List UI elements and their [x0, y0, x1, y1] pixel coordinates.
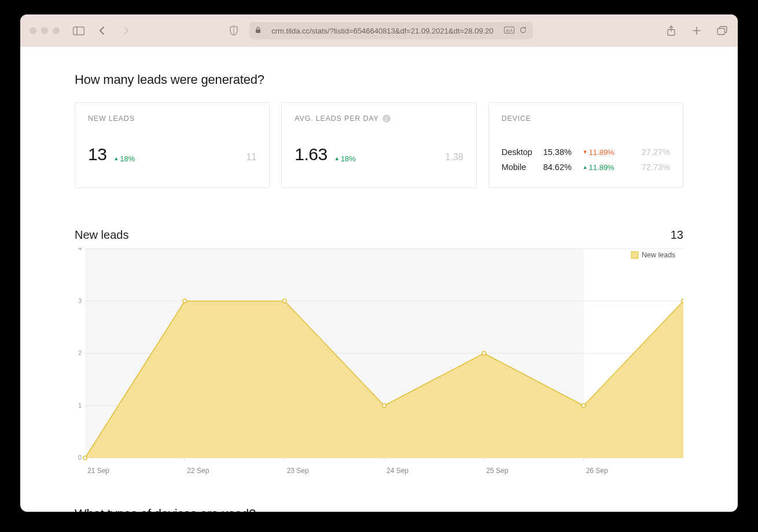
card-device-title: DEVICE — [502, 114, 670, 123]
reader-icon[interactable]: あA — [504, 27, 514, 35]
triangle-up-icon: ▲ — [113, 156, 119, 161]
minimize-dot[interactable] — [41, 27, 48, 34]
reload-icon[interactable] — [519, 26, 527, 36]
chart-title: New leads — [75, 228, 128, 242]
forward-button[interactable] — [120, 25, 133, 36]
chart-header: New leads 13 — [75, 228, 683, 242]
triangle-down-icon: ▼ — [583, 149, 588, 155]
triangle-up-icon: ▲ — [583, 164, 588, 170]
close-dot[interactable] — [30, 27, 36, 34]
avg-leads-prev: 1.38 — [446, 152, 463, 162]
svg-point-22 — [382, 404, 386, 407]
chart-total: 13 — [671, 228, 683, 242]
svg-text:1: 1 — [78, 402, 82, 409]
section-leads-title: How many leads were generated? — [75, 72, 683, 87]
avg-leads-delta: ▲ 18% — [334, 154, 356, 163]
svg-text:0: 0 — [78, 454, 82, 461]
svg-rect-39 — [631, 252, 638, 258]
svg-text:25 Sep: 25 Sep — [486, 467, 508, 475]
svg-text:24 Sep: 24 Sep — [387, 467, 409, 475]
new-leads-prev: 11 — [246, 152, 257, 162]
back-button[interactable] — [95, 25, 108, 36]
svg-text:26 Sep: 26 Sep — [586, 467, 608, 475]
avg-leads-value: 1.63 — [295, 145, 327, 164]
url-text: crm.tilda.cc/stats/?listid=6546640813&df… — [266, 27, 499, 35]
svg-text:New leads: New leads — [642, 251, 675, 259]
card-avg-leads: AVG. LEADS PER DAY i 1.63 ▲ 18% 1.38 — [281, 102, 476, 188]
svg-rect-7 — [717, 28, 725, 35]
svg-point-23 — [482, 352, 485, 355]
shield-icon[interactable] — [227, 25, 240, 36]
new-tab-icon[interactable] — [690, 25, 703, 36]
new-leads-value: 13 — [88, 145, 106, 164]
svg-point-24 — [582, 404, 585, 407]
leads-chart: 0123421 Sep22 Sep23 Sep24 Sep25 Sep26 Se… — [75, 247, 683, 485]
svg-point-20 — [183, 299, 186, 302]
svg-text:21 Sep: 21 Sep — [87, 467, 109, 475]
svg-text:あA: あA — [506, 28, 513, 32]
page-content: How many leads were generated? NEW LEADS… — [20, 47, 738, 512]
svg-text:2: 2 — [78, 349, 82, 356]
info-icon[interactable]: i — [382, 114, 391, 123]
card-new-leads-title: NEW LEADS — [88, 114, 256, 123]
tabs-icon[interactable] — [716, 25, 728, 36]
stat-cards: NEW LEADS 13 ▲ 18% 11 AVG. LEADS PER DAY… — [75, 102, 683, 188]
svg-text:4: 4 — [78, 247, 82, 252]
card-device: DEVICE Desktop 15.38% ▼ 11.89% 27.27% Mo… — [488, 102, 683, 188]
svg-text:3: 3 — [78, 297, 82, 304]
svg-point-25 — [682, 299, 683, 302]
titlebar: crm.tilda.cc/stats/?listid=6546640813&df… — [20, 14, 738, 47]
svg-point-21 — [282, 299, 286, 302]
device-row-desktop: Desktop 15.38% ▼ 11.89% 27.27% — [502, 145, 670, 160]
triangle-up-icon: ▲ — [334, 156, 340, 161]
device-desktop-delta: ▼ 11.89% — [583, 148, 615, 157]
card-new-leads: NEW LEADS 13 ▲ 18% 11 — [75, 102, 270, 188]
lock-icon — [255, 27, 261, 35]
card-avg-leads-title: AVG. LEADS PER DAY — [295, 114, 378, 123]
url-bar[interactable]: crm.tilda.cc/stats/?listid=6546640813&df… — [249, 22, 533, 39]
sidebar-toggle-icon[interactable] — [72, 25, 85, 36]
share-icon[interactable] — [665, 25, 678, 36]
zoom-dot[interactable] — [53, 27, 60, 34]
browser-window: crm.tilda.cc/stats/?listid=6546640813&df… — [20, 14, 738, 512]
svg-text:23 Sep: 23 Sep — [287, 467, 309, 475]
new-leads-delta: ▲ 18% — [113, 154, 135, 163]
section-devices-title: What types of devices are used? — [75, 507, 683, 512]
device-mobile-delta: ▲ 11.89% — [583, 163, 615, 172]
device-row-mobile: Mobile 84.62% ▲ 11.89% 72.73% — [502, 160, 670, 175]
traffic-lights[interactable] — [30, 27, 60, 34]
svg-rect-2 — [256, 29, 260, 33]
svg-text:22 Sep: 22 Sep — [187, 467, 209, 475]
svg-rect-0 — [73, 27, 84, 35]
